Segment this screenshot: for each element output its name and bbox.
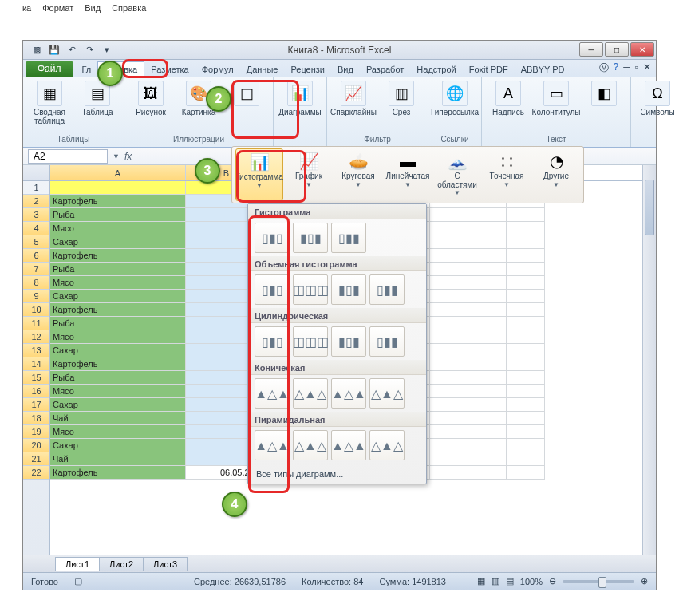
chart-subtype-item[interactable]: ◫◫◫ bbox=[293, 274, 328, 305]
row-header-7[interactable]: 7 bbox=[23, 263, 49, 276]
row-header-20[interactable]: 20 bbox=[23, 439, 49, 452]
cell[interactable] bbox=[507, 344, 545, 357]
cell[interactable] bbox=[507, 235, 545, 249]
cell[interactable] bbox=[507, 330, 545, 344]
cell[interactable] bbox=[430, 263, 468, 276]
fx-icon[interactable]: fx bbox=[124, 151, 132, 162]
row-header-4[interactable]: 4 bbox=[23, 222, 49, 235]
collapse-ribbon-icon[interactable]: ⓥ bbox=[599, 61, 609, 75]
chart-type-круговая[interactable]: 🥧Круговая▼ bbox=[334, 148, 382, 201]
cell[interactable]: Сахар bbox=[50, 398, 186, 412]
sheet-tab-3[interactable]: Лист3 bbox=[143, 557, 188, 571]
cell[interactable] bbox=[507, 357, 545, 371]
cell[interactable] bbox=[430, 235, 468, 249]
ribbon-надпись[interactable]: AНадпись bbox=[487, 81, 530, 116]
cell[interactable] bbox=[430, 303, 468, 317]
cell[interactable] bbox=[430, 371, 468, 385]
redo-icon[interactable]: ↷ bbox=[82, 44, 97, 57]
chart-subtype-item[interactable]: △▲△ bbox=[293, 378, 328, 409]
undo-icon[interactable]: ↶ bbox=[65, 44, 79, 57]
cell[interactable] bbox=[468, 263, 507, 276]
cell[interactable]: Рыба bbox=[50, 317, 186, 330]
cell[interactable] bbox=[507, 398, 545, 412]
cell[interactable]: Картофель bbox=[50, 249, 186, 263]
cell[interactable] bbox=[430, 290, 468, 303]
row-header-8[interactable]: 8 bbox=[23, 276, 49, 290]
cell[interactable] bbox=[430, 466, 468, 480]
cell[interactable] bbox=[468, 452, 507, 466]
ribbon-гиперссылка[interactable]: 🌐Гиперссылка bbox=[433, 81, 476, 116]
help-icon[interactable]: ? bbox=[614, 61, 619, 75]
cell[interactable] bbox=[468, 412, 507, 425]
cell[interactable]: Чай bbox=[50, 452, 186, 466]
cell[interactable]: Картофель bbox=[50, 195, 186, 208]
cell[interactable]: Мясо bbox=[50, 385, 186, 398]
chart-subtype-item[interactable]: ▮▯▮ bbox=[331, 274, 366, 305]
row-header-2[interactable]: 2 bbox=[23, 195, 49, 208]
row-header-17[interactable]: 17 bbox=[23, 398, 49, 412]
ribbon-рисунок[interactable]: 🖼Рисунок bbox=[129, 81, 172, 116]
cell[interactable] bbox=[430, 208, 468, 222]
ribbon-сводная таблица[interactable]: ▦Сводная таблица bbox=[28, 81, 71, 125]
ribbon-символы[interactable]: ΩСимволы bbox=[636, 81, 679, 116]
tab-foxit[interactable]: Foxit PDF bbox=[463, 62, 515, 77]
cell[interactable] bbox=[507, 452, 545, 466]
tab-formulas[interactable]: Формул bbox=[195, 62, 240, 77]
cell[interactable] bbox=[507, 263, 545, 276]
cell[interactable]: Мясо bbox=[50, 330, 186, 344]
cell[interactable] bbox=[507, 303, 545, 317]
cell[interactable] bbox=[50, 181, 186, 195]
ribbon-диаграммы[interactable]: 📊Диаграммы bbox=[278, 81, 322, 116]
cell[interactable] bbox=[507, 412, 545, 425]
ribbon-btn[interactable]: ◧ bbox=[582, 81, 626, 108]
cell[interactable]: Сахар bbox=[50, 439, 186, 452]
cell[interactable] bbox=[507, 317, 545, 330]
row-header-10[interactable]: 10 bbox=[23, 303, 49, 317]
cell[interactable]: Рыба bbox=[50, 263, 186, 276]
status-record-icon[interactable]: ▢ bbox=[74, 576, 82, 586]
window-min-icon[interactable]: ─ bbox=[623, 61, 630, 75]
chart-subtype-item[interactable]: ▮▯▮ bbox=[331, 326, 366, 357]
row-header-3[interactable]: 3 bbox=[23, 208, 49, 222]
tab-view[interactable]: Вид bbox=[331, 62, 360, 77]
save-icon[interactable]: 💾 bbox=[47, 44, 61, 57]
select-all-corner[interactable] bbox=[23, 165, 49, 181]
ribbon-btn[interactable]: ◫ bbox=[225, 81, 268, 108]
cell[interactable] bbox=[468, 466, 507, 480]
view-normal-icon[interactable]: ▦ bbox=[477, 576, 485, 586]
file-tab[interactable]: Файл bbox=[26, 61, 73, 77]
chart-subtype-item[interactable]: ▯▮▮ bbox=[369, 274, 405, 305]
close-button[interactable]: ✕ bbox=[630, 42, 654, 57]
chart-subtype-item[interactable]: ▯▮▯ bbox=[255, 274, 290, 305]
cell[interactable]: Чай bbox=[50, 412, 186, 425]
cell[interactable]: Мясо bbox=[50, 276, 186, 290]
cell[interactable] bbox=[430, 439, 468, 452]
chart-type-другие[interactable]: ◔Другие▼ bbox=[532, 148, 580, 201]
chart-subtype-item[interactable]: △▲△ bbox=[293, 430, 328, 460]
cell[interactable] bbox=[468, 317, 507, 330]
cell[interactable] bbox=[468, 330, 507, 344]
sheet-tab-2[interactable]: Лист2 bbox=[99, 557, 144, 571]
cell[interactable] bbox=[507, 385, 545, 398]
cell[interactable] bbox=[507, 222, 545, 235]
cell[interactable] bbox=[507, 208, 545, 222]
zoom-in-icon[interactable]: ⊕ bbox=[641, 576, 648, 586]
name-box-dd-icon[interactable]: ▼ bbox=[113, 152, 120, 160]
cell[interactable] bbox=[468, 235, 507, 249]
row-header-6[interactable]: 6 bbox=[23, 249, 49, 263]
cell[interactable] bbox=[430, 344, 468, 357]
zoom-value[interactable]: 100% bbox=[520, 577, 543, 586]
tab-addins[interactable]: Надстрой bbox=[410, 62, 462, 77]
zoom-slider[interactable] bbox=[563, 580, 634, 583]
maximize-button[interactable]: □ bbox=[605, 42, 629, 57]
cell[interactable] bbox=[430, 249, 468, 263]
cell[interactable] bbox=[468, 398, 507, 412]
ribbon-таблица[interactable]: ▤Таблица bbox=[76, 81, 119, 116]
cell[interactable]: Сахар bbox=[50, 290, 186, 303]
cell[interactable] bbox=[507, 276, 545, 290]
cell[interactable] bbox=[430, 412, 468, 425]
chart-subtype-item[interactable]: ▲△▲ bbox=[255, 378, 290, 409]
cell[interactable] bbox=[468, 439, 507, 452]
ribbon-срез[interactable]: ▥Срез bbox=[380, 81, 423, 116]
cell[interactable] bbox=[468, 371, 507, 385]
